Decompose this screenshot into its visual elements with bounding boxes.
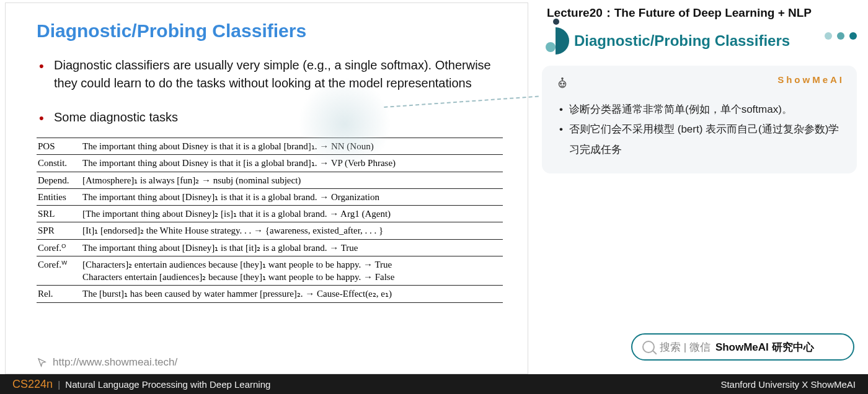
task-name: POS	[37, 138, 81, 155]
search-bold: ShowMeAI 研究中心	[715, 340, 814, 354]
task-text: [It]₁ [endorsed]₂ the White House strate…	[81, 222, 503, 239]
search-prefix: 搜索 | 微信	[660, 340, 711, 354]
course-title: Natural Language Processing with Deep Le…	[65, 379, 270, 390]
section-title: Diagnostic/Probing Classifiers	[574, 32, 790, 50]
table-row: Coref.ᵂ[Characters]₂ entertain audiences…	[37, 256, 503, 286]
task-name: Entities	[37, 188, 81, 205]
search-icon	[642, 341, 655, 353]
dots-decoration	[825, 32, 857, 40]
slide-bullet-2: Some diagnostic tasks	[37, 108, 503, 126]
table-row: Coref.ᴼThe important thing about [Disney…	[37, 239, 503, 256]
table-row: Depend.[Atmosphere]₁ is always [fun]₂ → …	[37, 172, 503, 188]
svg-point-4	[562, 78, 563, 79]
table-row: EntitiesThe important thing about [Disne…	[37, 188, 503, 205]
section-decoration	[542, 27, 569, 55]
footer-left: CS224n | Natural Language Processing wit…	[12, 378, 270, 391]
task-text: The [burst]₁ has been caused by water ha…	[81, 286, 503, 302]
task-text: [Characters]₂ entertain audiences becaus…	[81, 256, 503, 286]
task-name: Rel.	[37, 286, 81, 302]
svg-point-2	[563, 83, 564, 84]
task-name: Constit.	[37, 155, 81, 172]
task-name: Coref.ᵂ	[37, 256, 81, 286]
table-row: Constit.The important thing about Disney…	[37, 155, 503, 172]
task-name: SPR	[37, 222, 81, 239]
footer-right: Stanford University X ShowMeAI	[720, 379, 856, 390]
section-header: Diagnostic/Probing Classifiers	[542, 27, 857, 55]
footer-bar: CS224n | Natural Language Processing wit…	[0, 374, 868, 394]
notes-pane: Lecture20：The Future of Deep Learning + …	[528, 0, 868, 372]
bot-icon	[556, 77, 569, 94]
task-text: [Atmosphere]₁ is always [fun]₂ → nsubj (…	[81, 172, 503, 188]
task-text: The important thing about [Disney]₁ is t…	[81, 239, 503, 256]
slide-title: Diagnostic/Probing Classifiers	[37, 20, 503, 42]
table-row: SPR[It]₁ [endorsed]₂ the White House str…	[37, 222, 503, 239]
slide-bullet-1: Diagnostic classifiers are usually very …	[37, 56, 503, 92]
table-row: SRL[The important thing about Disney]₂ […	[37, 206, 503, 222]
task-name: SRL	[37, 206, 81, 222]
note-item: 否则它们会不采用模型 (bert) 表示而自己(通过复杂参数)学习完成任务	[556, 120, 843, 160]
search-pill[interactable]: 搜索 | 微信 ShowMeAI 研究中心	[631, 333, 854, 361]
slide-pane: Diagnostic/Probing Classifiers Diagnosti…	[5, 2, 528, 374]
task-text: The important thing about Disney is that…	[81, 155, 503, 172]
note-brand: ShowMeAI	[777, 74, 844, 85]
table-row: Rel.The [burst]₁ has been caused by wate…	[37, 286, 503, 302]
task-text: The important thing about [Disney]₁ is t…	[81, 188, 503, 205]
course-code: CS224n	[12, 378, 53, 390]
task-name: Coref.ᴼ	[37, 239, 81, 256]
task-name: Depend.	[37, 172, 81, 188]
task-text: [The important thing about Disney]₂ [is]…	[81, 206, 503, 222]
lecture-header: Lecture20：The Future of Deep Learning + …	[542, 5, 857, 21]
cursor-icon	[37, 357, 48, 368]
svg-point-1	[560, 83, 562, 84]
note-card: ShowMeAI 诊断分类器通常非常简单(例如，单个softmax)。否则它们会…	[542, 66, 857, 173]
note-item: 诊断分类器通常非常简单(例如，单个softmax)。	[556, 100, 843, 120]
slide-footer-url: http://www.showmeai.tech/	[53, 356, 177, 369]
slide-footer: http://www.showmeai.tech/	[37, 356, 177, 369]
table-row: POSThe important thing about Disney is t…	[37, 138, 503, 155]
task-text: The important thing about Disney is that…	[81, 138, 503, 155]
diagnostic-tasks-table: POSThe important thing about Disney is t…	[37, 138, 503, 303]
